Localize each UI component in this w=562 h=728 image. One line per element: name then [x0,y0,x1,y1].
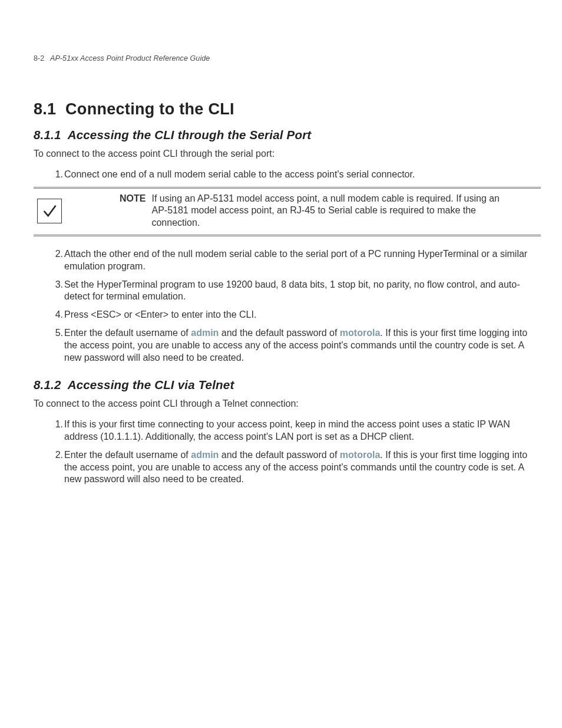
section-heading: 8.1 Connecting to the CLI [34,100,541,118]
note-block: NOTE If using an AP-5131 model access po… [34,187,541,236]
subsection2-number: 8.1.2 [34,378,61,391]
note-text-column: NOTE If using an AP-5131 model access po… [81,193,541,229]
note-icon-column [34,193,81,229]
serial-steps-part2: Attach the other end of the null modem s… [34,248,541,364]
running-header: 8-2 AP-51xx Access Point Product Referen… [34,54,541,62]
default-password: motorola [340,328,380,338]
default-username: admin [191,328,219,338]
section-number: 8.1 [34,100,56,118]
subsection2-title: Accessing the CLI via Telnet [68,378,234,391]
step5-mid: and the default password of [219,328,339,338]
document-page: 8-2 AP-51xx Access Point Product Referen… [0,0,562,728]
list-item: Attach the other end of the null modem s… [64,248,541,273]
list-item: Set the HyperTerminal program to use 192… [64,279,541,304]
list-item: If this is your first time connecting to… [64,419,541,443]
list-item: Enter the default username of admin and … [64,327,541,364]
list-item: Press <ESC> or <Enter> to enter into the… [64,309,541,321]
list-item: Connect one end of a null modem serial c… [64,169,541,181]
subsection1-title: Accessing the CLI through the Serial Por… [68,128,312,141]
step2-mid: and the default password of [219,450,339,460]
guide-title: AP-51xx Access Point Product Reference G… [50,54,210,62]
subsection2-intro: To connect to the access point CLI throu… [34,398,541,410]
note-body: If using an AP-5131 model access point, … [151,193,517,229]
step5-pre: Enter the default username of [64,328,191,338]
subsection1-number: 8.1.1 [34,128,61,141]
list-item: Enter the default username of admin and … [64,449,541,486]
subsection-heading: 8.1.1 Accessing the CLI through the Seri… [34,128,541,142]
telnet-steps: If this is your first time connecting to… [34,419,541,486]
checkmark-svg [41,203,58,219]
subsection1-intro: To connect to the access point CLI throu… [34,148,541,160]
check-icon [37,199,62,223]
note-label: NOTE [81,193,146,229]
section-title: Connecting to the CLI [65,100,234,118]
default-password: motorola [340,450,380,460]
subsection2-heading: 8.1.2 Accessing the CLI via Telnet [34,378,541,392]
step2-pre: Enter the default username of [64,450,191,460]
serial-steps-part1: Connect one end of a null modem serial c… [34,169,541,181]
default-username: admin [191,450,219,460]
page-number: 8-2 [34,54,44,62]
